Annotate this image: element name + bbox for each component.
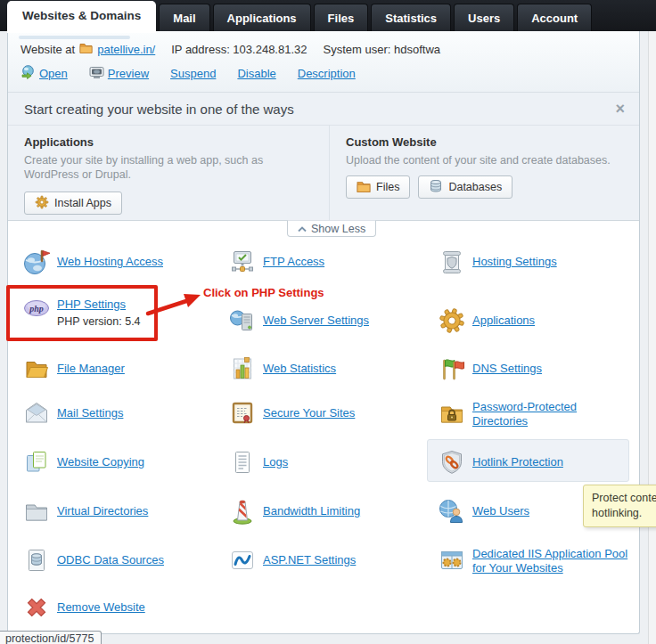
tab-websites-domains[interactable]: Websites & Domains <box>7 1 156 33</box>
tab-files[interactable]: Files <box>314 4 369 31</box>
tab-mail[interactable]: Mail <box>159 4 209 31</box>
ftp-access-icon <box>228 248 257 280</box>
virtual-directories-link[interactable]: Virtual Directories <box>57 504 148 518</box>
svg-text:php: php <box>29 304 44 314</box>
odbc-data-sources-link[interactable]: ODBC Data Sources <box>57 553 164 567</box>
chevron-up-icon <box>298 223 307 235</box>
tab-users[interactable]: Users <box>454 4 514 31</box>
site-info-line: Website at patellive.in/ IP address: 103… <box>20 40 627 58</box>
description-link[interactable]: Description <box>298 67 356 80</box>
web-users-icon <box>438 497 466 529</box>
custom-website-heading: Custom Website <box>346 135 623 149</box>
grid-item-website-copying[interactable]: Website Copying <box>22 448 228 497</box>
grid-item-secure-your-sites[interactable]: Secure Your Sites <box>228 399 438 448</box>
web-statistics-icon <box>228 355 257 387</box>
ip-address: IP address: 103.248.81.32 <box>171 43 307 56</box>
web-server-settings-link[interactable]: Web Server Settings <box>263 314 369 328</box>
mail-settings-icon <box>22 399 51 431</box>
files-button[interactable]: Files <box>346 175 410 199</box>
tab-account[interactable]: Account <box>517 4 592 31</box>
open-link[interactable]: Open <box>39 67 68 80</box>
php-version-label: PHP version: 5.4 <box>57 315 141 328</box>
hotlink-protection-link[interactable]: Hotlink Protection <box>472 455 563 469</box>
grid-item-php-settings[interactable]: php PHP Settings PHP version: 5.4 <box>22 294 228 355</box>
close-icon[interactable]: × <box>615 101 625 117</box>
grid-item-applications[interactable]: Applications <box>438 294 632 355</box>
grid-item-password-protected-directories[interactable]: Password-Protected Directories <box>438 399 632 448</box>
show-less-label: Show Less <box>311 223 365 235</box>
ftp-access-link[interactable]: FTP Access <box>263 255 324 269</box>
logs-link[interactable]: Logs <box>263 455 288 469</box>
file-manager-icon <box>22 355 51 387</box>
folder-icon <box>357 180 371 195</box>
install-apps-button[interactable]: Install Apps <box>24 192 122 215</box>
grid-item-odbc-data-sources[interactable]: ODBC Data Sources <box>22 546 228 593</box>
hosting-settings-link[interactable]: Hosting Settings <box>472 255 557 269</box>
site-actions: Open Preview Suspend Disable Description <box>20 64 627 82</box>
suspend-link[interactable]: Suspend <box>170 67 216 80</box>
bandwidth-limiting-icon <box>228 497 257 529</box>
grid-item-mail-settings[interactable]: Mail Settings <box>22 399 228 448</box>
dns-settings-icon <box>438 355 466 387</box>
password-protected-icon <box>438 399 466 431</box>
grid-item-web-hosting-access[interactable]: Web Hosting Access <box>22 248 228 294</box>
web-users-link[interactable]: Web Users <box>472 504 529 518</box>
promo-title: Start creating your website in one of th… <box>24 102 294 117</box>
grid-item-logs[interactable]: Logs <box>228 448 438 497</box>
hosting-settings-icon <box>438 248 466 280</box>
secure-your-sites-icon <box>228 399 257 431</box>
folder-icon <box>79 42 93 56</box>
database-icon <box>429 179 443 196</box>
logs-icon <box>228 448 257 480</box>
applications-link[interactable]: Applications <box>472 314 535 328</box>
grid-item-dns-settings[interactable]: DNS Settings <box>438 355 632 399</box>
domain-link[interactable]: patellive.in/ <box>97 43 155 56</box>
grid-item-dedicated-iis-pool[interactable]: Dedicated IIS Application Pool for Your … <box>438 546 632 593</box>
web-server-settings-icon <box>228 306 257 338</box>
grid-item-file-manager[interactable]: File Manager <box>22 355 228 399</box>
databases-button[interactable]: Databases <box>418 175 512 199</box>
tab-statistics[interactable]: Statistics <box>371 4 451 31</box>
php-settings-link[interactable]: PHP Settings <box>57 298 141 312</box>
web-hosting-access-link[interactable]: Web Hosting Access <box>57 255 163 269</box>
web-hosting-access-icon <box>22 248 51 280</box>
remove-website-link[interactable]: Remove Website <box>57 600 145 615</box>
grid-item-web-server-settings[interactable]: Web Server Settings <box>228 294 438 355</box>
remove-website-icon <box>22 593 51 625</box>
open-icon <box>20 65 39 82</box>
website-copying-icon <box>22 448 51 480</box>
secure-your-sites-link[interactable]: Secure Your Sites <box>263 406 355 420</box>
top-tab-bar: Websites & Domains Mail Applications Fil… <box>0 0 656 31</box>
tab-applications[interactable]: Applications <box>213 4 311 31</box>
grid-item-web-statistics[interactable]: Web Statistics <box>228 355 438 399</box>
grid-item-asp-net-settings[interactable]: ASP.NET Settings <box>228 546 438 593</box>
custom-website-description: Upload the content of your site and crea… <box>346 153 623 167</box>
show-less-toggle[interactable]: Show Less <box>287 220 376 237</box>
password-protected-directories-link[interactable]: Password-Protected Directories <box>472 400 631 428</box>
asp-net-settings-icon <box>228 546 257 578</box>
dedicated-iis-pool-link[interactable]: Dedicated IIS Application Pool for Your … <box>472 547 631 575</box>
getting-started-panel: Start creating your website in one of th… <box>8 92 639 221</box>
gear-icon <box>35 195 49 212</box>
system-user: System user: hdsoftwa <box>324 43 441 56</box>
files-label: Files <box>376 181 399 193</box>
dedicated-iis-icon <box>438 546 466 578</box>
mail-settings-link[interactable]: Mail Settings <box>57 406 123 420</box>
website-copying-link[interactable]: Website Copying <box>57 455 144 469</box>
web-statistics-link[interactable]: Web Statistics <box>263 362 336 376</box>
grid-item-hosting-settings[interactable]: Hosting Settings <box>438 248 632 294</box>
bandwidth-limiting-link[interactable]: Bandwidth Limiting <box>263 504 360 518</box>
applications-gear-icon <box>438 306 466 338</box>
preview-link[interactable]: Preview <box>108 67 149 80</box>
dns-settings-link[interactable]: DNS Settings <box>472 362 542 376</box>
disable-link[interactable]: Disable <box>237 67 275 80</box>
active-tab-underline <box>19 36 130 39</box>
asp-net-settings-link[interactable]: ASP.NET Settings <box>263 553 356 567</box>
grid-item-virtual-directories[interactable]: Virtual Directories <box>22 497 228 546</box>
databases-label: Databases <box>448 181 502 193</box>
scrollbar-track[interactable] <box>648 31 656 644</box>
grid-item-bandwidth-limiting[interactable]: Bandwidth Limiting <box>228 497 438 546</box>
annotation-text: Click on PHP Settings <box>203 286 324 299</box>
applications-description: Create your site by installing a web app… <box>24 153 313 182</box>
file-manager-link[interactable]: File Manager <box>57 362 125 376</box>
